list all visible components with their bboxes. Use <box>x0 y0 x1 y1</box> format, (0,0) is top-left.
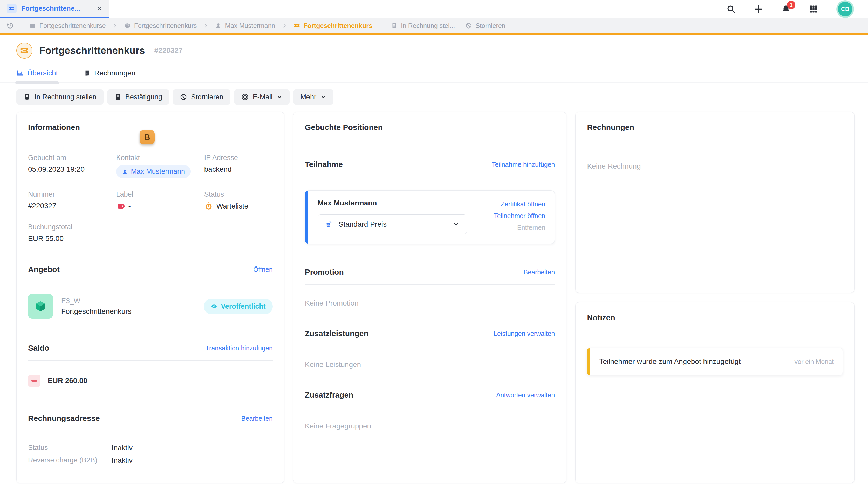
invoice-button[interactable]: In Rechnung stellen <box>16 89 104 105</box>
receipt-icon <box>114 93 121 101</box>
app-tab[interactable]: Fortgeschrittene... <box>0 0 109 18</box>
breadcrumb-item-kontakt[interactable]: Max Mustermann <box>215 22 275 29</box>
open-certificate-link[interactable]: Zertifikat öffnen <box>501 200 545 208</box>
note-timestamp: vor ein Monat <box>795 358 834 365</box>
folder-icon <box>29 22 36 29</box>
tab-label: Rechnungen <box>94 69 135 77</box>
search-icon[interactable] <box>726 4 736 14</box>
field-status: Status Warteliste <box>204 190 273 210</box>
record-id: #220327 <box>154 46 183 55</box>
confirmation-button[interactable]: Bestätigung <box>107 89 169 105</box>
button-label: Mehr <box>300 93 316 101</box>
section-title: Notizen <box>587 313 615 322</box>
button-label: In Rechnung stellen <box>35 93 97 101</box>
divider <box>28 430 273 431</box>
rechnungen-card: Rechnungen Keine Rechnung <box>575 112 855 293</box>
saldo-row: EUR 260.00 <box>28 375 273 387</box>
manage-services-link[interactable]: Leistungen verwalten <box>494 330 555 338</box>
add-transaction-link[interactable]: Transaktion hinzufügen <box>206 344 273 352</box>
notification-count-badge: 1 <box>787 1 795 9</box>
offer-item[interactable]: E3_W Fortgeschrittenenkurs Veröffentlich… <box>28 294 273 319</box>
breadcrumb-label: Fortgeschrittenenkurs <box>304 22 372 29</box>
history-icon[interactable] <box>0 22 20 29</box>
offer-code: E3_W <box>61 297 132 305</box>
apps-grid-icon[interactable] <box>809 4 818 14</box>
eye-icon <box>211 303 217 310</box>
quick-action-invoice[interactable]: In Rechnung stel... <box>391 22 455 29</box>
ticket-icon <box>293 22 300 29</box>
divider <box>305 407 555 407</box>
stopwatch-icon <box>204 202 213 210</box>
more-button[interactable]: Mehr <box>293 89 334 105</box>
divider <box>28 282 273 282</box>
keyboard-shortcut-hint: B <box>140 130 155 144</box>
angebot-section: Angebot Öffnen E3_W Fortgeschrittenenkur… <box>28 265 273 319</box>
participant-actions: Zertifikat öffnen Teilnehmer öffnen Entf… <box>494 199 545 234</box>
tab-uebersicht[interactable]: Übersicht <box>16 69 58 77</box>
contact-name: Max Mustermann <box>131 168 185 175</box>
right-column: Rechnungen Keine Rechnung Notizen Teilne… <box>575 112 855 483</box>
participant-name: Max Mustermann <box>318 199 467 207</box>
empty-services: Keine Leistungen <box>305 361 555 369</box>
button-label: Bestätigung <box>125 93 162 101</box>
breadcrumb-item-kurs[interactable]: Fortgeschrittenenkurs <box>124 22 197 29</box>
person-icon <box>122 169 128 175</box>
main-content: Fortgeschrittenenkurs #220327 Übersicht … <box>0 35 868 483</box>
offer-cube-icon <box>28 294 53 319</box>
zusatzfragen-section: Zusatzfragen Antworten verwalten Keine F… <box>305 391 555 430</box>
manage-answers-link[interactable]: Antworten verwalten <box>496 391 555 399</box>
section-title: Informationen <box>28 123 80 132</box>
empty-questions: Keine Fragegruppen <box>305 422 555 430</box>
info-grid: Gebucht am 05.09.2023 19:20 Kontakt Max … <box>28 154 273 243</box>
page: Fortgeschrittene... 1 CB <box>0 0 868 499</box>
address-rows: Status Inaktiv Reverse charge (B2B) Inak… <box>28 444 273 464</box>
divider <box>305 284 555 284</box>
ticket-icon <box>7 4 16 13</box>
saldo-section: Saldo Transaktion hinzufügen EUR 260.00 <box>28 344 273 387</box>
tab-rechnungen[interactable]: Rechnungen <box>84 69 135 77</box>
notifications-bell-icon[interactable]: 1 <box>781 4 791 14</box>
page-tabs: Übersicht Rechnungen <box>0 69 868 83</box>
open-participant-link[interactable]: Teilnehmer öffnen <box>494 212 545 220</box>
breadcrumb-item-kurse[interactable]: Fortgeschrittenenkurse <box>29 22 106 29</box>
breadcrumb-item-current[interactable]: Fortgeschrittenenkurs <box>293 22 372 29</box>
email-button[interactable]: E-Mail <box>234 89 290 105</box>
remove-participant-link[interactable]: Entfernen <box>517 224 545 231</box>
notizen-card: Notizen Teilnehmer wurde zum Angebot hin… <box>575 302 855 483</box>
cancel-button[interactable]: Stornieren <box>173 89 230 105</box>
coins-icon <box>325 220 333 228</box>
divider <box>28 360 273 361</box>
add-participation-link[interactable]: Teilnahme hinzufügen <box>492 161 555 168</box>
section-title: Teilnahme <box>305 160 343 169</box>
open-offer-link[interactable]: Öffnen <box>253 266 273 273</box>
section-title: Gebuchte Positionen <box>305 123 383 132</box>
edit-promotion-link[interactable]: Bearbeiten <box>524 268 555 276</box>
action-toolbar: In Rechnung stellen Bestätigung Stornier… <box>16 89 855 105</box>
chevron-down-icon <box>320 94 326 100</box>
content-columns: Informationen Gebucht am 05.09.2023 19:2… <box>16 112 855 483</box>
published-badge: Veröffentlicht <box>204 299 273 314</box>
informationen-card: Informationen Gebucht am 05.09.2023 19:2… <box>16 112 285 483</box>
divider <box>305 177 555 177</box>
contact-chip[interactable]: Max Mustermann <box>116 165 191 178</box>
offer-name: Fortgeschrittenenkurs <box>61 307 132 316</box>
edit-address-link[interactable]: Bearbeiten <box>241 415 273 422</box>
divider <box>587 139 843 140</box>
breadcrumb-label: Fortgeschrittenenkurse <box>39 22 106 29</box>
area-chart-icon <box>16 70 24 77</box>
invoice-icon <box>23 93 31 101</box>
avatar[interactable]: CB <box>838 2 853 16</box>
rechnungsadresse-section: Rechnungsadresse Bearbeiten Status Inakt… <box>28 414 273 464</box>
button-label: E-Mail <box>253 93 273 101</box>
add-icon[interactable] <box>754 4 763 14</box>
zusatzleistungen-section: Zusatzleistungen Leistungen verwalten Ke… <box>305 329 555 369</box>
chevron-down-icon <box>276 94 282 100</box>
note-item[interactable]: Teilnehmer wurde zum Angebot hinzugefügt… <box>587 348 843 375</box>
slash-circle-icon <box>465 22 472 29</box>
price-select[interactable]: Standard Preis <box>318 215 467 234</box>
quick-action-cancel[interactable]: Stornieren <box>465 22 505 29</box>
field-label: Label - <box>116 190 204 210</box>
field-gebucht-am: Gebucht am 05.09.2023 19:20 <box>28 154 116 178</box>
close-tab-icon[interactable] <box>97 5 103 12</box>
note-text: Teilnehmer wurde zum Angebot hinzugefügt <box>599 357 740 366</box>
